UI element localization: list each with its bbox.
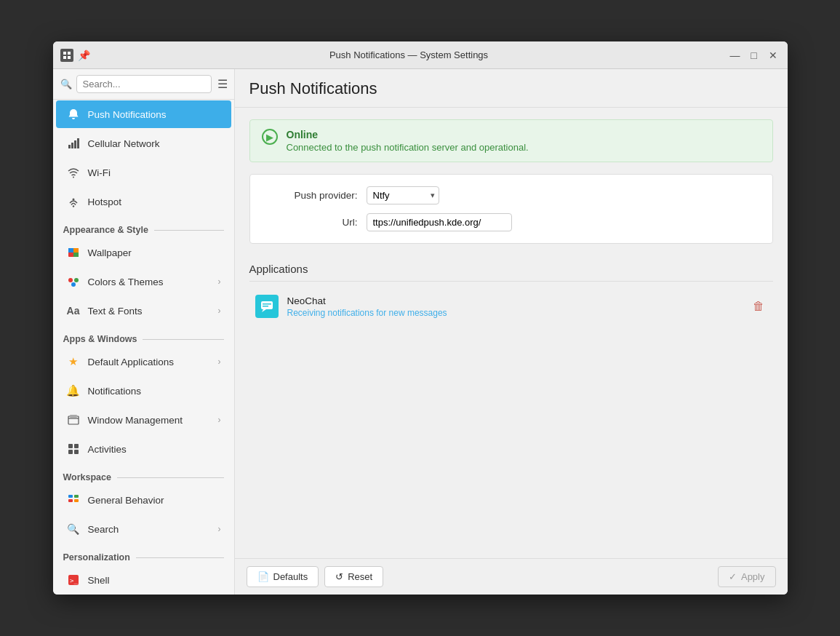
- sidebar-item-wifi[interactable]: Wi-Fi: [56, 159, 231, 186]
- svg-rect-33: [263, 303, 271, 305]
- cellular-network-icon: [66, 136, 81, 151]
- general-behavior-icon: [66, 493, 81, 507]
- url-input[interactable]: [367, 213, 512, 231]
- svg-rect-28: [74, 499, 79, 502]
- sidebar-item-shell[interactable]: >_ Shell: [56, 566, 231, 594]
- apply-button[interactable]: ✓ Apply: [718, 566, 776, 587]
- notifications-icon: 🔔: [66, 383, 81, 398]
- page-title: Push Notifications: [249, 79, 773, 98]
- svg-rect-13: [73, 253, 79, 257]
- default-applications-icon: ★: [66, 354, 81, 369]
- text-fonts-icon: Aa: [66, 303, 81, 318]
- svg-rect-20: [70, 415, 77, 418]
- svg-point-8: [73, 177, 74, 178]
- sidebar-item-cellular-network[interactable]: Cellular Network: [56, 130, 231, 157]
- sidebar-item-activities[interactable]: Activities: [56, 435, 231, 463]
- hotspot-icon: [66, 194, 81, 209]
- svg-rect-31: [261, 301, 273, 309]
- workspace-section-header: Workspace: [53, 464, 234, 485]
- svg-rect-14: [73, 248, 79, 253]
- status-banner: ▶ Online Connected to the push notificat…: [249, 119, 773, 162]
- url-label: Url:: [265, 217, 367, 228]
- apply-label: Apply: [741, 571, 765, 582]
- svg-rect-34: [263, 306, 268, 307]
- svg-text:>_: >_: [70, 577, 78, 584]
- svg-rect-1: [68, 52, 71, 55]
- sidebar-item-default-applications[interactable]: ★ Default Applications ›: [56, 348, 231, 375]
- delete-neochat-button[interactable]: 🗑: [750, 297, 767, 316]
- sidebar-item-general-behavior[interactable]: General Behavior: [56, 486, 231, 514]
- sidebar-label-window-management: Window Management: [88, 415, 211, 426]
- svg-point-9: [72, 205, 73, 207]
- window-management-icon: [66, 413, 81, 427]
- pin-icon: 📌: [78, 49, 90, 61]
- wallpaper-icon: [66, 245, 81, 260]
- sidebar-label-cellular-network: Cellular Network: [88, 138, 221, 149]
- apply-icon: ✓: [729, 571, 737, 582]
- window-management-chevron: ›: [218, 415, 221, 425]
- colors-themes-icon: [66, 274, 81, 289]
- svg-rect-22: [74, 444, 79, 448]
- push-notifications-icon: [66, 107, 81, 122]
- minimize-button[interactable]: —: [728, 48, 743, 63]
- svg-rect-25: [68, 495, 73, 498]
- maximize-button[interactable]: □: [747, 48, 761, 63]
- default-applications-chevron: ›: [218, 357, 221, 367]
- sidebar-item-search[interactable]: 🔍 Search ›: [56, 515, 231, 543]
- content-area: 🔍 ☰ Push Notifications: [53, 69, 788, 595]
- search-input[interactable]: [76, 75, 212, 93]
- sidebar-label-shell: Shell: [88, 575, 221, 586]
- activities-icon: [66, 442, 81, 456]
- svg-marker-32: [262, 309, 266, 312]
- svg-rect-6: [74, 140, 76, 148]
- svg-rect-2: [63, 56, 66, 59]
- shell-icon: >_: [66, 573, 81, 587]
- sidebar-item-wallpaper[interactable]: Wallpaper: [56, 239, 231, 266]
- svg-rect-0: [63, 52, 66, 55]
- window-title: Push Notifications — System Settings: [90, 49, 728, 60]
- page-body: ▶ Online Connected to the push notificat…: [235, 108, 788, 558]
- svg-rect-7: [77, 138, 79, 148]
- sidebar-label-notifications: Notifications: [88, 386, 221, 397]
- svg-rect-3: [68, 56, 71, 59]
- main-content: Push Notifications ▶ Online Connected to…: [235, 69, 788, 595]
- text-fonts-chevron: ›: [218, 306, 221, 316]
- app-icon: [60, 49, 73, 62]
- sidebar-item-notifications[interactable]: 🔔 Notifications: [56, 377, 231, 405]
- neochat-info: NeoChat Receiving notifications for new …: [287, 295, 741, 318]
- sidebar-item-hotspot[interactable]: Hotspot: [56, 188, 231, 215]
- sidebar-label-activities: Activities: [88, 444, 221, 455]
- close-button[interactable]: ✕: [766, 48, 780, 63]
- svg-rect-5: [71, 143, 73, 148]
- reset-icon: ↺: [335, 571, 343, 582]
- titlebar: 📌 Push Notifications — System Settings —…: [53, 41, 788, 69]
- status-text: Online Connected to the push notificatio…: [287, 129, 761, 153]
- sidebar-item-push-notifications[interactable]: Push Notifications: [56, 100, 231, 128]
- provider-select[interactable]: Ntfy: [367, 186, 439, 204]
- sidebar-label-default-applications: Default Applications: [88, 357, 211, 367]
- svg-rect-23: [68, 450, 73, 454]
- wifi-icon: [66, 165, 81, 180]
- bottom-bar: 📄 Defaults ↺ Reset ✓ Apply: [235, 558, 788, 595]
- provider-select-wrapper: Ntfy: [367, 186, 439, 204]
- hamburger-button[interactable]: ☰: [216, 76, 229, 92]
- svg-rect-27: [74, 495, 79, 498]
- sidebar-label-search: Search: [88, 524, 211, 535]
- svg-point-16: [74, 278, 79, 282]
- reset-button[interactable]: ↺ Reset: [324, 566, 383, 587]
- search-chevron: ›: [218, 524, 221, 534]
- sidebar-item-text-fonts[interactable]: Aa Text & Fonts ›: [56, 297, 231, 325]
- defaults-button[interactable]: 📄 Defaults: [247, 566, 319, 587]
- svg-rect-24: [74, 450, 79, 454]
- appearance-section-header: Appearance & Style: [53, 216, 234, 238]
- provider-label: Push provider:: [265, 190, 367, 201]
- status-online-icon: ▶: [262, 129, 278, 145]
- sidebar-item-window-management[interactable]: Window Management ›: [56, 406, 231, 434]
- sidebar-item-colors-themes[interactable]: Colors & Themes ›: [56, 268, 231, 295]
- main-window: 📌 Push Notifications — System Settings —…: [53, 41, 788, 595]
- search-sidebar-icon: 🔍: [66, 522, 81, 536]
- defaults-icon: 📄: [257, 571, 269, 582]
- status-title: Online: [287, 129, 761, 140]
- apps-section-header: Apps & Windows: [53, 325, 234, 347]
- colors-themes-chevron: ›: [218, 277, 221, 287]
